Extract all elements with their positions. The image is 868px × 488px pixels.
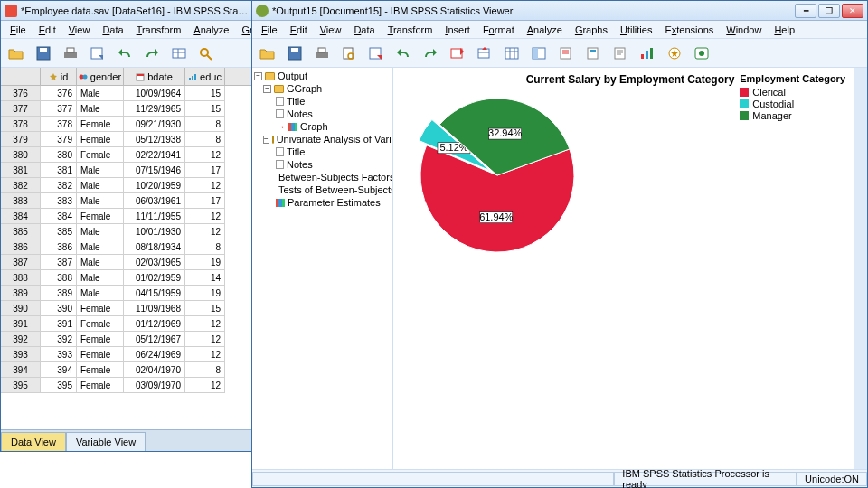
menu-window[interactable]: Window xyxy=(721,23,767,37)
menu-edit[interactable]: Edit xyxy=(285,23,313,37)
col-gender[interactable]: gender xyxy=(77,68,124,85)
table-row[interactable]: 389389Male04/15/195919 xyxy=(1,286,252,301)
redo-button[interactable] xyxy=(140,42,164,65)
minimize-button[interactable]: ━ xyxy=(795,4,816,18)
insert-text-button[interactable] xyxy=(609,42,632,65)
table-row[interactable]: 380380Female02/22/194112 xyxy=(1,147,252,163)
insert-title-button[interactable] xyxy=(581,42,605,65)
table-row[interactable]: 394394Female02/04/19708 xyxy=(1,362,252,378)
col-rownum[interactable] xyxy=(1,68,41,85)
find-button[interactable] xyxy=(194,42,218,65)
menu-view[interactable]: View xyxy=(315,23,347,37)
chart-button[interactable] xyxy=(636,42,659,65)
table-row[interactable]: 386386Male08/18/19348 xyxy=(1,239,252,255)
preview-button[interactable] xyxy=(337,42,361,65)
tree-output[interactable]: −Output xyxy=(254,70,391,82)
print-button[interactable] xyxy=(59,42,82,65)
menu-help[interactable]: Help xyxy=(769,23,800,37)
tab-data-view[interactable]: Data View xyxy=(1,432,66,451)
print-button[interactable] xyxy=(310,42,334,65)
tree-ggraph[interactable]: −GGraph xyxy=(254,82,391,95)
col-educ[interactable]: educ xyxy=(185,68,225,85)
tree-anova-params[interactable]: Parameter Estimates xyxy=(254,196,391,209)
recall-button[interactable] xyxy=(86,42,109,65)
goto-data-button[interactable] xyxy=(446,42,469,65)
tree-anova-factors[interactable]: Between-Subjects Factors xyxy=(254,171,391,183)
menu-analyze[interactable]: Analyze xyxy=(188,23,234,37)
table-row[interactable]: 381381Male07/15/194617 xyxy=(1,163,252,178)
undo-button[interactable] xyxy=(113,42,137,65)
save-button[interactable] xyxy=(32,42,55,65)
menu-insert[interactable]: Insert xyxy=(439,23,476,37)
pie-chart[interactable]: 61.94%5.12%32.94% xyxy=(402,89,858,469)
svg-rect-22 xyxy=(478,49,489,58)
designate-button[interactable] xyxy=(663,42,686,65)
svg-rect-3 xyxy=(67,48,74,52)
insert-heading-button[interactable] xyxy=(554,42,578,65)
col-id[interactable]: id xyxy=(41,68,77,85)
goto-button[interactable] xyxy=(167,42,191,65)
tree-ggraph-title[interactable]: Title xyxy=(254,95,391,108)
table-row[interactable]: 382382Male10/20/195912 xyxy=(1,178,252,193)
menu-data[interactable]: Data xyxy=(97,23,128,37)
open-button[interactable] xyxy=(256,42,279,65)
redo-button[interactable] xyxy=(419,42,442,65)
tree-anova-tests[interactable]: Tests of Between-Subjects xyxy=(254,183,391,196)
svg-point-8 xyxy=(82,74,87,79)
viewer-titlebar[interactable]: *Output15 [Document15] - IBM SPSS Statis… xyxy=(252,1,867,21)
menu-edit[interactable]: Edit xyxy=(33,23,61,37)
menu-graphs[interactable]: Graphs xyxy=(570,23,613,37)
menu-transform[interactable]: Transform xyxy=(382,23,439,37)
menu-analyze[interactable]: Analyze xyxy=(522,23,568,37)
table-row[interactable]: 393393Female06/24/196912 xyxy=(1,347,252,362)
tree-anova[interactable]: −Univariate Analysis of Variance xyxy=(254,133,391,145)
export-button[interactable] xyxy=(364,42,388,65)
tree-ggraph-notes[interactable]: Notes xyxy=(254,108,391,120)
table-row[interactable]: 390390Female11/09/196815 xyxy=(1,301,252,316)
legend-swatch-custodial xyxy=(740,99,749,108)
open-button[interactable] xyxy=(5,42,28,65)
table-row[interactable]: 379379Female05/12/19388 xyxy=(1,132,252,147)
menu-extensions[interactable]: Extensions xyxy=(659,23,719,37)
menu-file[interactable]: File xyxy=(256,23,283,37)
table-row[interactable]: 392392Female05/12/196712 xyxy=(1,332,252,347)
menu-format[interactable]: Format xyxy=(477,23,520,37)
grid-header-row: id gender bdate educ xyxy=(1,68,252,86)
menu-transform[interactable]: Transform xyxy=(131,23,187,37)
menu-file[interactable]: File xyxy=(5,23,32,37)
table-row[interactable]: 395395Female03/09/197012 xyxy=(1,378,252,393)
table-row[interactable]: 383383Male06/03/196117 xyxy=(1,193,252,209)
tree-anova-title[interactable]: Title xyxy=(254,145,391,158)
editor-titlebar[interactable]: *Employee data.sav [DataSet16] - IBM SPS… xyxy=(1,1,252,21)
goto-case-button[interactable] xyxy=(473,42,496,65)
variables-button[interactable] xyxy=(500,42,524,65)
select-button[interactable] xyxy=(527,42,551,65)
table-row[interactable]: 391391Female01/12/196912 xyxy=(1,316,252,332)
grid-body[interactable]: 376376Male10/09/196415377377Male11/29/19… xyxy=(1,86,252,393)
menu-utilities[interactable]: Utilities xyxy=(615,23,657,37)
table-row[interactable]: 385385Male10/01/193012 xyxy=(1,224,252,239)
col-bdate[interactable]: bdate xyxy=(124,68,185,85)
svg-rect-10 xyxy=(137,74,144,76)
menu-data[interactable]: Data xyxy=(348,23,380,37)
tree-anova-notes[interactable]: Notes xyxy=(254,158,391,171)
menu-view[interactable]: View xyxy=(63,23,96,37)
table-row[interactable]: 388388Male01/02/195914 xyxy=(1,270,252,286)
svg-rect-31 xyxy=(650,48,653,59)
table-row[interactable]: 387387Male02/03/196519 xyxy=(1,255,252,270)
table-row[interactable]: 377377Male11/29/196515 xyxy=(1,101,252,117)
table-row[interactable]: 378378Female09/21/19308 xyxy=(1,117,252,132)
table-row[interactable]: 384384Female11/11/195512 xyxy=(1,209,252,224)
save-button[interactable] xyxy=(283,42,307,65)
data-grid[interactable]: id gender bdate educ 376376Male10/09/196… xyxy=(1,68,252,429)
output-main-pane[interactable]: Current Salary by Employment Category Em… xyxy=(393,68,867,469)
tab-variable-view[interactable]: Variable View xyxy=(66,432,146,451)
run-button[interactable] xyxy=(690,42,713,65)
undo-button[interactable] xyxy=(392,42,415,65)
data-editor-window: *Employee data.sav [DataSet16] - IBM SPS… xyxy=(0,0,253,452)
tree-ggraph-graph[interactable]: →Graph xyxy=(254,120,391,133)
table-row[interactable]: 376376Male10/09/196415 xyxy=(1,86,252,101)
output-outline[interactable]: −Output −GGraph Title Notes →Graph −Univ… xyxy=(252,68,393,469)
maximize-button[interactable]: ❐ xyxy=(818,4,840,18)
close-button[interactable]: ✕ xyxy=(842,4,863,18)
